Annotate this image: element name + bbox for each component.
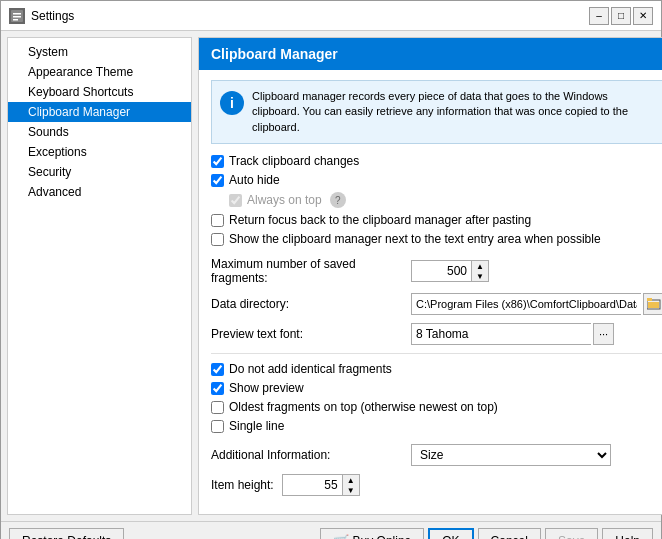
preview-font-row: Preview text font: ··· <box>211 323 662 345</box>
panel-header: Clipboard Manager <box>199 38 662 70</box>
show-next-to-text-label: Show the clipboard manager next to the t… <box>229 232 601 246</box>
item-height-label: Item height: <box>211 478 274 492</box>
preview-font-browse-button[interactable]: ··· <box>593 323 614 345</box>
sidebar-item-security[interactable]: Security <box>8 162 191 182</box>
auto-hide-row: Auto hide <box>211 173 662 187</box>
info-text: Clipboard manager records every piece of… <box>252 89 656 135</box>
footer: Restore Defaults 🛒 Buy Online OK Cancel … <box>1 521 661 539</box>
sidebar: System Appearance Theme Keyboard Shortcu… <box>7 37 192 515</box>
close-button[interactable]: ✕ <box>633 7 653 25</box>
item-height-spin-buttons: ▲ ▼ <box>342 474 360 496</box>
item-height-spinner: ▲ ▼ <box>282 474 360 496</box>
data-directory-input-wrap <box>411 293 662 315</box>
max-fragments-spin-buttons: ▲ ▼ <box>471 260 489 282</box>
settings-window: Settings – □ ✕ System Appearance Theme K… <box>0 0 662 539</box>
sidebar-item-sounds[interactable]: Sounds <box>8 122 191 142</box>
always-on-top-row: Always on top ? <box>229 192 662 208</box>
show-next-to-text-checkbox[interactable] <box>211 233 224 246</box>
no-identical-label: Do not add identical fragments <box>229 362 392 376</box>
svg-rect-3 <box>13 19 18 21</box>
item-height-input[interactable] <box>282 474 342 496</box>
svg-rect-2 <box>13 16 21 18</box>
always-on-top-label: Always on top <box>247 193 322 207</box>
show-next-to-text-row: Show the clipboard manager next to the t… <box>211 232 662 246</box>
window-title: Settings <box>31 9 589 23</box>
track-clipboard-row: Track clipboard changes <box>211 154 662 168</box>
panel-title: Clipboard Manager <box>211 46 338 62</box>
buy-online-button[interactable]: 🛒 Buy Online <box>320 528 425 539</box>
sidebar-item-exceptions[interactable]: Exceptions <box>8 142 191 162</box>
sidebar-item-system[interactable]: System <box>8 42 191 62</box>
single-line-label: Single line <box>229 419 284 433</box>
svg-rect-5 <box>647 298 652 301</box>
oldest-on-top-row: Oldest fragments on top (otherwise newes… <box>211 400 662 414</box>
help-button[interactable]: Help <box>602 528 653 539</box>
max-fragments-decrement[interactable]: ▼ <box>472 271 488 281</box>
title-bar: Settings – □ ✕ <box>1 1 661 31</box>
single-line-checkbox[interactable] <box>211 420 224 433</box>
svg-rect-6 <box>648 302 659 308</box>
additional-info-row: Additional Information: Size Date Both N… <box>211 444 662 466</box>
track-clipboard-checkbox[interactable] <box>211 155 224 168</box>
preview-font-input-wrap: ··· <box>411 323 614 345</box>
restore-defaults-button[interactable]: Restore Defaults <box>9 528 124 539</box>
sidebar-item-clipboard-manager[interactable]: Clipboard Manager <box>8 102 191 122</box>
show-preview-checkbox[interactable] <box>211 382 224 395</box>
additional-info-label: Additional Information: <box>211 448 411 462</box>
auto-hide-label: Auto hide <box>229 173 280 187</box>
auto-hide-checkbox[interactable] <box>211 174 224 187</box>
ok-button[interactable]: OK <box>428 528 473 539</box>
additional-info-input-wrap: Size Date Both None <box>411 444 611 466</box>
item-height-decrement[interactable]: ▼ <box>343 485 359 495</box>
show-preview-row: Show preview <box>211 381 662 395</box>
always-on-top-help-icon[interactable]: ? <box>330 192 346 208</box>
return-focus-row: Return focus back to the clipboard manag… <box>211 213 662 227</box>
save-button[interactable]: Save <box>545 528 598 539</box>
app-icon <box>9 8 25 24</box>
cancel-button[interactable]: Cancel <box>478 528 541 539</box>
cart-icon: 🛒 <box>333 534 349 539</box>
data-directory-browse-button[interactable] <box>643 293 662 315</box>
oldest-on-top-checkbox[interactable] <box>211 401 224 414</box>
max-fragments-spinner: ▲ ▼ <box>411 260 489 282</box>
info-icon: i <box>220 91 244 115</box>
additional-info-select[interactable]: Size Date Both None <box>411 444 611 466</box>
main-panel: Clipboard Manager i Clipboard manager re… <box>198 37 662 515</box>
svg-rect-1 <box>13 13 21 15</box>
max-fragments-increment[interactable]: ▲ <box>472 261 488 271</box>
sidebar-item-appearance-theme[interactable]: Appearance Theme <box>8 62 191 82</box>
always-on-top-checkbox[interactable] <box>229 194 242 207</box>
single-line-row: Single line <box>211 419 662 433</box>
data-directory-label: Data directory: <box>211 297 411 311</box>
data-directory-input[interactable] <box>411 293 641 315</box>
max-fragments-label: Maximum number of saved fragments: <box>211 257 411 285</box>
max-fragments-row: Maximum number of saved fragments: ▲ ▼ <box>211 257 662 285</box>
buy-online-label: Buy Online <box>353 534 412 539</box>
item-height-row: Item height: ▲ ▼ <box>211 474 662 496</box>
info-box: i Clipboard manager records every piece … <box>211 80 662 144</box>
max-fragments-input-wrap: ▲ ▼ <box>411 260 489 282</box>
maximize-button[interactable]: □ <box>611 7 631 25</box>
no-identical-checkbox[interactable] <box>211 363 224 376</box>
return-focus-label: Return focus back to the clipboard manag… <box>229 213 531 227</box>
divider <box>211 353 662 354</box>
show-preview-label: Show preview <box>229 381 304 395</box>
sidebar-item-advanced[interactable]: Advanced <box>8 182 191 202</box>
window-content: System Appearance Theme Keyboard Shortcu… <box>1 31 661 521</box>
track-clipboard-label: Track clipboard changes <box>229 154 359 168</box>
sidebar-item-keyboard-shortcuts[interactable]: Keyboard Shortcuts <box>8 82 191 102</box>
window-controls: – □ ✕ <box>589 7 653 25</box>
data-directory-row: Data directory: <box>211 293 662 315</box>
minimize-button[interactable]: – <box>589 7 609 25</box>
oldest-on-top-label: Oldest fragments on top (otherwise newes… <box>229 400 498 414</box>
max-fragments-input[interactable] <box>411 260 471 282</box>
panel-body: i Clipboard manager records every piece … <box>199 70 662 514</box>
item-height-increment[interactable]: ▲ <box>343 475 359 485</box>
return-focus-checkbox[interactable] <box>211 214 224 227</box>
preview-font-input[interactable] <box>411 323 591 345</box>
no-identical-row: Do not add identical fragments <box>211 362 662 376</box>
preview-font-label: Preview text font: <box>211 327 411 341</box>
